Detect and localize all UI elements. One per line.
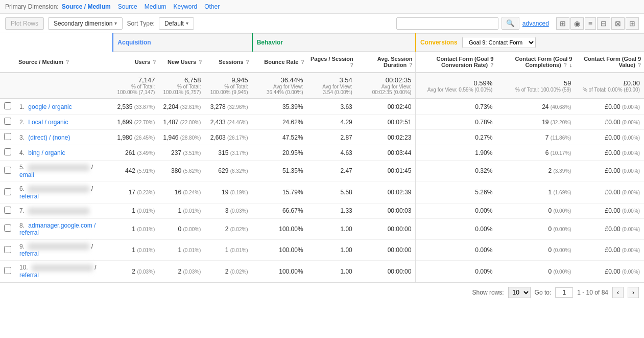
view-lifetime-icon[interactable]: ⊞: [626, 17, 639, 30]
sessions-col-header[interactable]: Sessions ?: [205, 52, 252, 73]
dim-source-medium[interactable]: Source / Medium: [62, 3, 111, 10]
avg-duration-col-header[interactable]: Avg. Session Duration ?: [356, 52, 416, 73]
row-checkbox[interactable]: [4, 267, 11, 274]
pagination-info: 1 - 10 of 84: [577, 289, 608, 296]
row-checkbox-cell[interactable]: [0, 218, 15, 239]
prev-page-button[interactable]: ‹: [612, 287, 624, 298]
conv-rate-cell: 0.00%: [416, 218, 496, 239]
sessions-cell: 2,603 (26.17%): [205, 130, 252, 145]
conv-rate-cell: 0.00%: [416, 239, 496, 261]
dim-source[interactable]: Source: [118, 3, 137, 10]
source-medium-cell: 2. Local / organic: [15, 115, 113, 130]
row-checkbox[interactable]: [4, 246, 11, 253]
row-checkbox-cell[interactable]: [0, 115, 15, 130]
row-number: 7.: [19, 207, 25, 214]
sessions-help-icon[interactable]: ?: [246, 59, 249, 65]
goal-selector[interactable]: Goal 9: Contact Form: [462, 37, 536, 48]
secondary-dimension-dropdown[interactable]: Secondary dimension ▾: [48, 17, 123, 30]
completions-col-header[interactable]: Contact Form (Goal 9 Completions) ? ↓: [496, 52, 575, 73]
view-grid-icon[interactable]: ⊞: [556, 17, 569, 30]
row-checkbox-cell[interactable]: [0, 182, 15, 203]
sessions-cell: 1 (0.01%): [205, 239, 252, 261]
row-checkbox-cell[interactable]: [0, 203, 15, 218]
avg-duration-help-icon[interactable]: ?: [409, 62, 412, 68]
source-medium-link[interactable]: referral: [19, 193, 39, 200]
row-checkbox-cell[interactable]: [0, 99, 15, 115]
row-checkbox[interactable]: [4, 224, 11, 232]
row-checkbox[interactable]: [4, 102, 11, 109]
bounce-rate-help-icon[interactable]: ?: [301, 59, 304, 65]
row-checkbox[interactable]: [4, 133, 11, 140]
dim-keyword[interactable]: Keyword: [173, 3, 197, 10]
plot-rows-button[interactable]: Plot Rows: [5, 17, 44, 30]
source-medium-link[interactable]: google / organic: [28, 103, 71, 110]
new-users-help-icon[interactable]: ?: [199, 59, 202, 65]
bounce-rate-col-header[interactable]: Bounce Rate ?: [252, 52, 307, 73]
source-medium-link[interactable]: referral: [19, 272, 39, 279]
blurred-source: [28, 186, 89, 193]
value-col-header[interactable]: Contact Form (Goal 9 Value) ?: [575, 52, 644, 73]
row-checkbox[interactable]: [4, 188, 11, 195]
row-checkbox-cell[interactable]: [0, 161, 15, 182]
sort-type-label: Sort Type:: [127, 20, 154, 27]
row-checkbox-cell[interactable]: [0, 239, 15, 261]
avg-duration-cell: 00:02:39: [356, 182, 416, 203]
conv-rate-col-header[interactable]: Contact Form (Goal 9 Conversion Rate) ?: [416, 52, 496, 73]
table-row: 1. google / organic 2,535 (33.87%) 2,204…: [0, 99, 644, 115]
advanced-link[interactable]: advanced: [522, 20, 549, 27]
value-help-icon[interactable]: ?: [638, 62, 641, 68]
source-medium-col-header[interactable]: Source / Medium ?: [15, 52, 113, 73]
users-cell: 2,535 (33.87%): [113, 99, 159, 115]
table-row: 5. / email 442 (5.91%) 380 (5.62%) 629 (…: [0, 161, 644, 182]
row-checkbox[interactable]: [4, 118, 11, 125]
row-checkbox[interactable]: [4, 207, 11, 214]
sessions-cell: 19 (0.19%): [205, 182, 252, 203]
source-medium-link[interactable]: bing / organic: [28, 149, 65, 156]
view-pie-icon[interactable]: ◉: [570, 17, 584, 30]
completions-cell: 19 (32.20%): [496, 115, 575, 130]
conv-rate-help-icon[interactable]: ?: [490, 62, 493, 68]
sessions-cell: 2 (0.02%): [205, 261, 252, 282]
row-checkbox-cell[interactable]: [0, 261, 15, 282]
source-medium-help-icon[interactable]: ?: [66, 59, 69, 65]
row-number: 4.: [19, 149, 25, 156]
view-compare-icon[interactable]: ⊟: [597, 17, 610, 30]
row-checkbox[interactable]: [4, 148, 11, 155]
totals-bounce-rate: 36.44% Avg for View: 36.44% (0.00%): [252, 73, 307, 99]
row-checkbox-cell[interactable]: [0, 145, 15, 161]
source-medium-link[interactable]: Local / organic: [28, 119, 68, 126]
show-rows-select[interactable]: 10: [508, 287, 531, 298]
go-to-input[interactable]: [555, 287, 573, 298]
source-medium-link[interactable]: admanager.google.com / referral: [19, 222, 96, 236]
search-input[interactable]: [396, 17, 498, 30]
conv-rate-cell: 5.26%: [416, 182, 496, 203]
checkbox-col-header: [0, 52, 15, 73]
search-button[interactable]: 🔍: [502, 17, 519, 30]
sort-type-dropdown[interactable]: Default ▾: [159, 17, 194, 30]
pages-session-cell: 3.63: [307, 99, 356, 115]
new-users-cell: 1,946 (28.80%): [159, 130, 205, 145]
view-bar-icon[interactable]: ≡: [585, 17, 596, 30]
next-page-button[interactable]: ›: [628, 287, 639, 298]
pages-session-col-header[interactable]: Pages / Session ?: [307, 52, 356, 73]
source-medium-link[interactable]: referral: [19, 250, 39, 257]
row-checkbox-cell[interactable]: [0, 130, 15, 145]
pages-session-cell: 1.00: [307, 261, 356, 282]
pages-session-help-icon[interactable]: ?: [350, 62, 353, 68]
dim-medium[interactable]: Medium: [145, 3, 166, 10]
source-medium-link[interactable]: (direct) / (none): [28, 134, 70, 141]
new-users-col-header[interactable]: New Users ?: [159, 52, 205, 73]
completions-help-icon[interactable]: ?: [564, 62, 567, 68]
value-cell: £0.00 (0.00%): [575, 115, 644, 130]
totals-row: 7,147 % of Total: 100.00% (7,147) 6,758 …: [0, 73, 644, 99]
row-checkbox[interactable]: [4, 167, 11, 174]
source-medium-link[interactable]: email: [19, 171, 34, 178]
show-rows-label: Show rows:: [472, 289, 504, 296]
users-help-icon[interactable]: ?: [153, 59, 156, 65]
users-col-header[interactable]: Users ?: [113, 52, 159, 73]
dim-other[interactable]: Other: [204, 3, 220, 10]
value-cell: £0.00 (0.00%): [575, 218, 644, 239]
table-row: 2. Local / organic 1,699 (22.70%) 1,487 …: [0, 115, 644, 130]
view-pivot-icon[interactable]: ⊠: [611, 17, 625, 30]
row-number: 3.: [19, 134, 25, 141]
